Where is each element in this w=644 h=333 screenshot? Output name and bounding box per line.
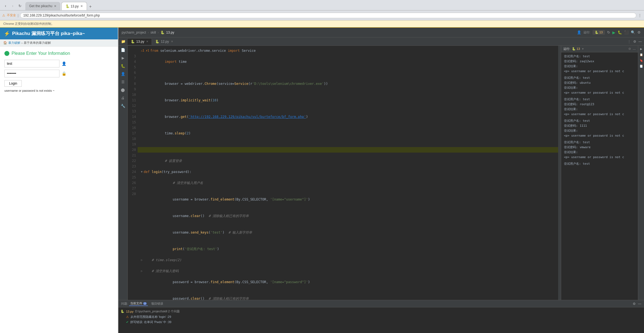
file-tree-toggle[interactable]: 📁 [119,39,127,44]
problem-file-icon: 🐍 [121,310,124,313]
user-icon: 👤 [62,61,66,66]
forward-button[interactable]: › [9,2,16,9]
bottom-tabs-bar: 问题: 当前文件 2 项目错误 ⚙ — [118,300,644,307]
ide-panel: pycharm_project › skill › 🐍 13.py 👤 运行: … [118,28,644,333]
run-settings-icon[interactable]: ⚙ [628,47,631,51]
password-input[interactable] [4,70,59,77]
print-icon[interactable]: 🖨 [121,96,125,100]
right-strip-icon-1[interactable]: ▶ [640,47,643,50]
settings-icon[interactable]: ⚙ [637,30,641,34]
tab-active-close[interactable]: ✕ [80,4,83,8]
python-file-icon: 🐍 [160,31,165,34]
run-output-content: 尝试用户名: test 尝试密码: zaq12wsx 尝试结果: <p> use… [561,52,638,300]
run-output-chevron[interactable]: ▾ [582,47,584,51]
run-icon[interactable]: ▶ [612,30,615,35]
warning-icon: ⚠ [2,13,5,17]
right-strip-icon-4[interactable]: 📑 [640,65,643,68]
code-line-20 [138,263,558,268]
password-field-group: 🔒 [4,70,113,77]
bottom-settings-icon[interactable]: ⚙ [633,302,636,306]
code-line-22: password = browser.find_element(By.CSS_S… [138,274,558,290]
ide-path-sep2: › [158,31,159,34]
problems-content: 🐍 13.py D:\pycharm_project\skill 2 个问题 ⚠… [118,307,644,333]
tab-active-label: 🐍 13.py [66,4,79,8]
login-button[interactable]: Login [4,80,22,87]
line-numbers: 3 4 5 6 7 8 9 10 11 12 13 14 15 16 17 18… [128,46,138,300]
username-input[interactable] [4,60,59,67]
refresh-icon[interactable]: ↻ [607,30,610,34]
profile-icon[interactable]: 👤 [577,30,581,34]
address-separator: | [18,13,18,17]
address-bar-container: ⚠ 不安全 | 192.168.229.129/pikachu/vul/burt… [0,10,644,20]
ok-problem-icon: ✔ [126,320,129,324]
problem-filepath: D:\pycharm_project\skill 2 个问题 [135,309,180,313]
tab-12py-close[interactable]: ✕ [171,40,173,43]
out-line-4: <p> username or password is not c [564,69,635,74]
tab-13py[interactable]: 🐍 13.py ✕ [127,38,152,45]
tab-13py-close[interactable]: ✕ [146,40,148,43]
breadcrumb: 🏠 暴力破解 › 基于表单的暴力破解 [0,39,118,47]
tab-12py-label: 12.py [161,40,169,44]
warning-problem-icon: ⚠ [126,315,129,319]
search-icon[interactable]: 🔍 [631,30,635,34]
code-line-13: ▼ def login(try_password): [138,169,558,175]
editor-scrollbar[interactable] [558,46,561,300]
right-strip-icon-2[interactable]: 📋 [640,53,643,56]
problem-file-row[interactable]: 🐍 13.py D:\pycharm_project\skill 2 个问题 [121,308,642,314]
out-line-19: 尝试结果: [564,150,635,155]
ide-toolbar-right: 👤 运行: 🐍 13 ↻ ▶ 🐛 ⬛ 🔍 ⚙ [577,30,641,35]
bottom-collapse-icon[interactable]: — [638,302,641,306]
debug-sidebar-icon[interactable]: 🐛 [121,64,125,68]
lock-icon: 🔒 [62,71,66,76]
tab-active[interactable]: 🐍 13.py ✕ [61,2,87,10]
code-line-21: ▷ # 清空并输入密码 [138,268,558,274]
nav-buttons: ‹ › ↻ [2,2,23,9]
tab-close-icon[interactable]: ✕ [54,4,56,8]
error-message: username or password is not exists ~ [4,89,113,92]
collapse-tab-icon[interactable]: — [637,40,643,44]
tab-inactive[interactable]: Get the pikachu ✕ [25,2,60,10]
out-line-14: 尝试密码: 1111 [564,123,635,128]
out-line-1: 尝试用户名: test [564,54,635,59]
settings-tab-icon[interactable]: ⚙ [632,40,637,44]
tab-current-file[interactable]: 当前文件 2 [129,301,148,306]
new-tab-button[interactable]: + [88,4,93,9]
security-label: 不安全 [7,13,16,17]
nav-home[interactable]: 暴力破解 [8,41,20,45]
tab-project-errors[interactable]: 项目错误 [151,302,163,306]
tab-13py-icon: 🐍 [131,40,135,44]
tools-icon[interactable]: 🔧 [121,104,125,108]
structure-icon[interactable]: ☰ [121,80,125,84]
bookmark-icon[interactable]: 📄 [121,48,125,52]
back-button[interactable]: ‹ [2,2,9,9]
tab-problems-label[interactable]: 问题: [121,302,128,306]
debug-icon[interactable]: 🐛 [618,30,622,34]
main-content: ⚡ Pikachu 漏洞练习平台 pika~pika~ 🏠 暴力破解 › 基于表… [0,28,644,333]
ide-body: 📄 ▶ 🐛 👤 ☰ ⬤ 🖨 🔧 3 4 5 6 7 8 9 10 11 12 1… [118,46,644,300]
ide-filename: 13.py [166,31,174,34]
ide-tabs-bar: 📁 🐍 13.py ✕ 🐍 12.py ✕ ⋮ ⚙ — [118,37,644,46]
form-title: Please Enter Your Information [4,51,113,56]
code-line-3: ⚠1 ✗1 from selenium.webdriver.chrome.ser… [138,48,558,53]
run-sidebar-icon[interactable]: ▶ [122,56,124,60]
breakpoints-icon[interactable]: ⬤ [121,88,125,92]
stop-icon[interactable]: ⬛ [624,30,629,34]
address-text[interactable]: 192.168.229.129/pikachu/vul/burteforce/b… [20,13,636,18]
run-collapse-icon[interactable]: — [633,47,636,51]
problem-item-2[interactable]: ✔ 拼写错误: 在单词 'Pwds' 中 :39 [121,320,642,325]
out-line-10: 尝试密码: root@123 [564,102,635,107]
code-line-4: import time [138,53,558,70]
out-line-18: 尝试密码: vmware [564,145,635,150]
reload-button[interactable]: ↻ [17,2,23,9]
out-line-5: 尝试用户名: test [564,75,635,80]
tabs-more-button[interactable]: ⋮ [626,39,632,44]
out-line-16: <p> username or password is not c [564,133,635,138]
right-strip-icon-3[interactable]: 🔖 [640,59,643,62]
profile-sidebar-icon[interactable]: 👤 [121,72,125,76]
problem-text-2: 拼写错误: 在单词 'Pwds' 中 :39 [130,320,171,324]
run-config-label: 运行: [583,30,590,34]
problem-item-1[interactable]: ⚠ 从外部范围隐藏名称 'login' :29 [121,314,642,320]
code-line-8: browser.get('http://192.168.229.129/pika… [138,109,558,125]
tab-12py[interactable]: 🐍 12.py ✕ [152,39,176,45]
code-content[interactable]: ⚠1 ✗1 from selenium.webdriver.chrome.ser… [138,46,558,300]
